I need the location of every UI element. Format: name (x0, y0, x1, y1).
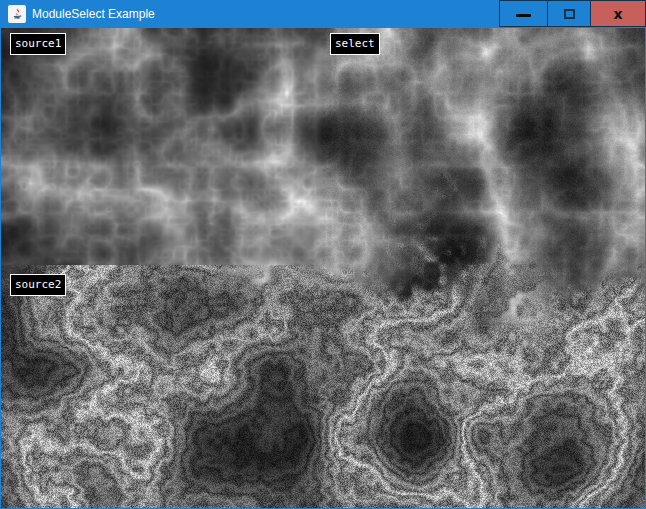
maximize-button[interactable] (548, 0, 591, 27)
label-source2: source2 (10, 274, 66, 296)
window-title: ModuleSelect Example (32, 0, 155, 28)
titlebar[interactable]: ModuleSelect Example x (0, 0, 646, 28)
maximize-square-icon (564, 9, 575, 19)
app-window: ModuleSelect Example x source1 select so… (0, 0, 646, 509)
close-button[interactable]: x (591, 0, 646, 27)
window-controls: x (499, 0, 646, 27)
render-area: source1 select source2 (0, 28, 646, 509)
minimize-dash-icon (516, 14, 531, 17)
minimize-button[interactable] (499, 0, 548, 27)
label-source1: source1 (10, 33, 66, 55)
label-select: select (330, 33, 380, 55)
java-coffee-cup-icon (8, 5, 26, 23)
close-x-icon: x (613, 7, 622, 21)
noise-preview-canvas (1, 28, 645, 508)
